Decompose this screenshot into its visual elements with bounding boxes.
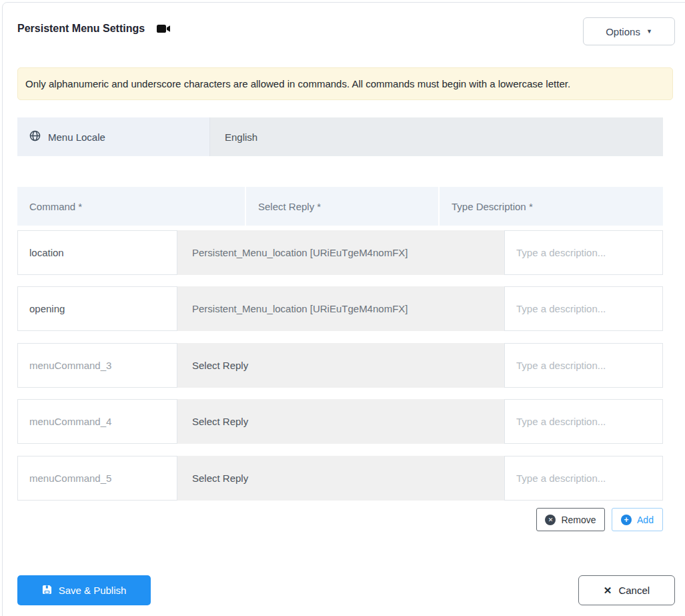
column-header-select-reply: Select Reply * [246, 187, 438, 226]
warning-banner-text: Only alphanumeric and underscore charact… [25, 78, 570, 89]
select-reply-placeholder: Select Reply [192, 416, 248, 427]
add-circle-icon: + [621, 515, 632, 525]
table-row: Select Reply [17, 456, 663, 501]
table-row: Select Reply [17, 399, 663, 444]
add-button-label: Add [637, 515, 654, 525]
floppy-disk-icon [42, 585, 52, 597]
command-input[interactable] [17, 286, 177, 331]
warning-banner: Only alphanumeric and underscore charact… [17, 67, 673, 100]
column-header-command: Command * [17, 187, 245, 226]
description-input[interactable] [504, 343, 663, 388]
table-row: Persistent_Menu_location [URiEuTgeM4nomF… [17, 286, 663, 331]
select-reply-value: Persistent_Menu_location [URiEuTgeM4nomF… [192, 303, 408, 314]
command-input[interactable] [17, 456, 177, 501]
table-row: Select Reply [17, 343, 663, 388]
save-publish-button[interactable]: Save & Publish [17, 575, 151, 605]
select-reply-placeholder: Select Reply [192, 473, 248, 484]
select-reply-placeholder: Select Reply [192, 360, 248, 371]
column-header-type-description: Type Description * [440, 187, 663, 226]
add-row-button[interactable]: + Add [612, 508, 663, 531]
cancel-button-label: Cancel [618, 585, 650, 596]
close-icon: ✕ [604, 585, 612, 597]
select-reply-value: Persistent_Menu_location [URiEuTgeM4nomF… [192, 247, 408, 258]
chevron-down-icon: ▼ [646, 28, 652, 35]
command-input[interactable] [17, 343, 177, 388]
menu-locale-value-text: English [225, 131, 257, 143]
remove-circle-icon: ✕ [545, 515, 556, 525]
select-reply-dropdown[interactable]: Select Reply [177, 399, 504, 444]
command-input[interactable] [17, 399, 177, 444]
select-reply-dropdown[interactable]: Persistent_Menu_location [URiEuTgeM4nomF… [177, 286, 504, 331]
video-camera-icon [157, 24, 171, 33]
description-input[interactable] [504, 456, 663, 501]
globe-icon [29, 130, 41, 143]
select-reply-dropdown[interactable]: Select Reply [177, 343, 504, 388]
select-reply-dropdown[interactable]: Select Reply [177, 456, 504, 501]
command-input[interactable] [17, 230, 177, 275]
cancel-button[interactable]: ✕ Cancel [578, 575, 675, 605]
options-button-label: Options [606, 26, 640, 37]
menu-locale-label-text: Menu Locale [48, 131, 105, 143]
remove-button-label: Remove [561, 515, 596, 525]
remove-row-button[interactable]: ✕ Remove [536, 508, 605, 531]
options-button[interactable]: Options ▼ [583, 17, 675, 45]
page-title: Persistent Menu Settings [17, 23, 145, 35]
save-publish-label: Save & Publish [59, 585, 127, 596]
description-input[interactable] [504, 230, 663, 275]
table-row: Persistent_Menu_location [URiEuTgeM4nomF… [17, 230, 663, 275]
menu-locale-label: Menu Locale [17, 117, 210, 156]
select-reply-dropdown[interactable]: Persistent_Menu_location [URiEuTgeM4nomF… [177, 230, 504, 275]
description-input[interactable] [504, 399, 663, 444]
menu-locale-value[interactable]: English [210, 117, 663, 156]
description-input[interactable] [504, 286, 663, 331]
page-header: Persistent Menu Settings [17, 23, 171, 35]
settings-card: Persistent Menu Settings Options ▼ Only … [2, 2, 685, 616]
